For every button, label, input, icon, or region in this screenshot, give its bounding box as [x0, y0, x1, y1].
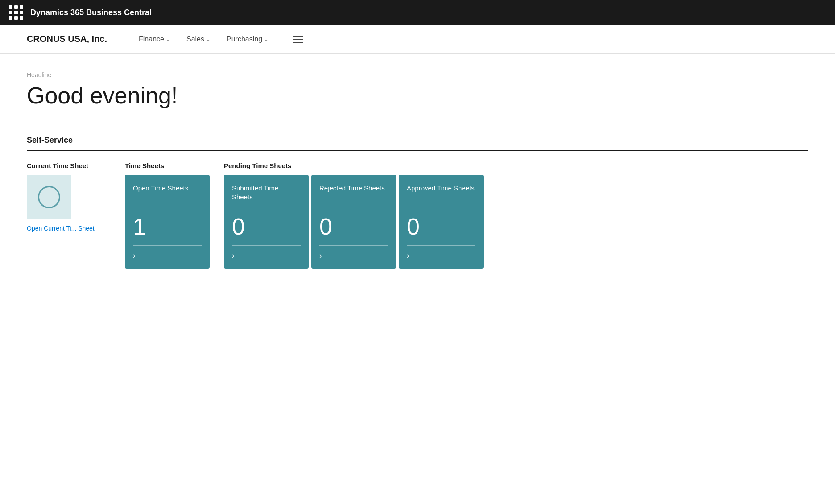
main-nav: CRONUS USA, Inc. Finance ⌄ Sales ⌄ Purch… [0, 25, 835, 54]
section-divider [27, 150, 808, 151]
pending-timesheets-tile-group: Pending Time Sheets Submitted Time Sheet… [224, 162, 484, 269]
chevron-down-icon: ⌄ [166, 36, 170, 42]
open-timesheets-label: Open Time Sheets [133, 184, 202, 210]
pending-timesheets-group-label: Pending Time Sheets [224, 162, 484, 169]
cards-row: Current Time Sheet Open Current Ti... Sh… [27, 162, 808, 269]
nav-item-sales[interactable]: Sales ⌄ [180, 32, 217, 47]
nav-divider-1 [120, 31, 120, 47]
topbar: Dynamics 365 Business Central [0, 0, 835, 25]
submitted-timesheets-tile[interactable]: Submitted Time Sheets 0 › [224, 175, 309, 269]
nav-item-purchasing-label: Purchasing [227, 35, 262, 43]
submitted-timesheets-label: Submitted Time Sheets [232, 184, 301, 210]
open-timesheets-tile[interactable]: Open Time Sheets 1 › [125, 175, 210, 269]
rejected-timesheets-tile[interactable]: Rejected Time Sheets 0 › [311, 175, 396, 269]
company-name[interactable]: CRONUS USA, Inc. [27, 34, 107, 44]
nav-item-sales-label: Sales [186, 35, 204, 43]
tile-arrow-icon: › [319, 251, 388, 260]
approved-timesheets-label: Approved Time Sheets [407, 184, 475, 210]
current-timesheet-label: Current Time Sheet [27, 162, 88, 169]
greeting-text: Good evening! [27, 82, 808, 109]
nav-item-purchasing[interactable]: Purchasing ⌄ [220, 32, 275, 47]
tile-divider [133, 245, 202, 246]
self-service-section: Self-Service Current Time Sheet Open Cur… [27, 136, 808, 269]
tile-arrow-icon: › [232, 251, 301, 260]
section-title: Self-Service [27, 136, 808, 145]
nav-item-finance[interactable]: Finance ⌄ [132, 32, 177, 47]
nav-divider-2 [282, 31, 282, 47]
timesheet-icon-box [27, 175, 71, 219]
pending-timesheets-tiles-row: Submitted Time Sheets 0 › Rejected Time … [224, 175, 484, 269]
tile-divider [319, 245, 388, 246]
submitted-timesheets-value: 0 [232, 215, 301, 238]
tile-divider [232, 245, 301, 246]
nav-item-finance-label: Finance [139, 35, 164, 43]
timesheets-tile-group: Time Sheets Open Time Sheets 1 › [125, 162, 210, 269]
approved-timesheets-tile[interactable]: Approved Time Sheets 0 › [399, 175, 484, 269]
open-timesheets-value: 1 [133, 215, 202, 238]
timesheets-group-label: Time Sheets [125, 162, 210, 169]
open-current-timesheet-link[interactable]: Open Current Ti... Sheet [27, 225, 95, 232]
tile-arrow-icon: › [407, 251, 475, 260]
current-timesheet-group: Current Time Sheet Open Current Ti... Sh… [27, 162, 107, 232]
timesheet-circle-icon [38, 186, 60, 208]
apps-grid-icon[interactable] [9, 5, 23, 20]
timesheets-tiles-row: Open Time Sheets 1 › [125, 175, 210, 269]
main-content: Headline Good evening! Self-Service Curr… [0, 54, 835, 295]
headline-label: Headline [27, 71, 808, 78]
rejected-timesheets-label: Rejected Time Sheets [319, 184, 388, 210]
chevron-down-icon: ⌄ [206, 36, 211, 42]
rejected-timesheets-value: 0 [319, 215, 388, 238]
chevron-down-icon: ⌄ [264, 36, 269, 42]
nav-items: Finance ⌄ Sales ⌄ Purchasing ⌄ [132, 32, 275, 47]
tile-arrow-icon: › [133, 251, 202, 260]
tile-divider [407, 245, 475, 246]
approved-timesheets-value: 0 [407, 215, 475, 238]
hamburger-menu-icon[interactable] [289, 32, 306, 46]
app-title: Dynamics 365 Business Central [30, 8, 152, 17]
